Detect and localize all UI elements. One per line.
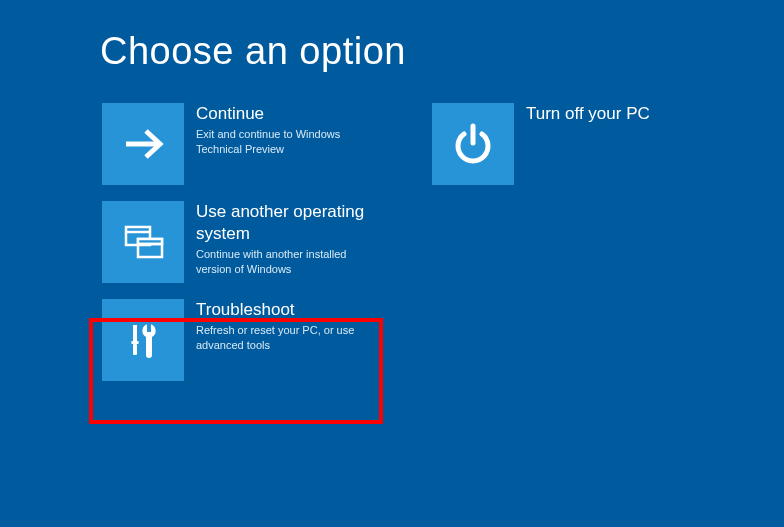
recovery-options-screen: Choose an option Continue Exit and conti… <box>0 0 784 383</box>
option-desc: Continue with another installed version … <box>196 247 366 277</box>
arrow-right-icon <box>102 103 184 185</box>
options-column-right: Turn off your PC <box>430 101 710 383</box>
svg-rect-8 <box>133 344 137 355</box>
options-grid: Continue Exit and continue to Windows Te… <box>100 101 784 383</box>
option-text: Turn off your PC <box>514 103 708 127</box>
option-text: Use another operating system Continue wi… <box>184 201 378 277</box>
svg-rect-9 <box>147 324 151 332</box>
svg-rect-6 <box>133 325 137 341</box>
option-desc: Refresh or reset your PC, or use advance… <box>196 323 366 353</box>
option-other-os[interactable]: Use another operating system Continue wi… <box>100 199 380 285</box>
tools-icon <box>102 299 184 381</box>
options-column-left: Continue Exit and continue to Windows Te… <box>100 101 380 383</box>
option-label: Troubleshoot <box>196 299 378 321</box>
page-title: Choose an option <box>100 30 784 73</box>
option-label: Use another operating system <box>196 201 378 245</box>
power-icon <box>432 103 514 185</box>
option-power-off[interactable]: Turn off your PC <box>430 101 710 187</box>
option-label: Turn off your PC <box>526 103 708 125</box>
option-troubleshoot[interactable]: Troubleshoot Refresh or reset your PC, o… <box>100 297 380 383</box>
option-text: Continue Exit and continue to Windows Te… <box>184 103 378 157</box>
option-continue[interactable]: Continue Exit and continue to Windows Te… <box>100 101 380 187</box>
svg-rect-7 <box>132 341 139 344</box>
windows-icon <box>102 201 184 283</box>
option-desc: Exit and continue to Windows Technical P… <box>196 127 366 157</box>
option-text: Troubleshoot Refresh or reset your PC, o… <box>184 299 378 353</box>
option-label: Continue <box>196 103 378 125</box>
